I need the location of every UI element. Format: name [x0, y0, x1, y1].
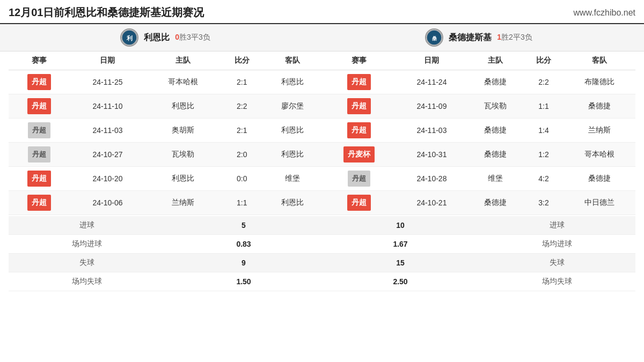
- left-match-date: 24-11-25: [70, 70, 145, 94]
- left-match-score: 2:1: [221, 70, 263, 94]
- left-match-home: 兰纳斯: [145, 191, 221, 215]
- left-match-away: 利恩比: [263, 70, 322, 94]
- right-table: 赛事 日期 主队 比分 客队 丹超 24-11-24 桑德捷 2:2 布隆德比 …: [322, 51, 635, 215]
- right-match-home: 桑德捷: [467, 70, 523, 94]
- right-match-home: 瓦埃勒: [467, 94, 523, 119]
- right-match-type: 丹超: [347, 74, 371, 90]
- right-match-score: 1:1: [523, 94, 564, 119]
- right-team-logo: 桑: [425, 28, 443, 47]
- left-match-type: 丹超: [27, 195, 51, 211]
- right-col-score: 比分: [523, 51, 564, 70]
- right-match-away: 哥本哈根: [564, 143, 636, 167]
- stats-left-value: 0.83: [165, 235, 322, 254]
- right-match-date: 24-10-31: [396, 143, 468, 167]
- right-team-record: 1胜2平3负: [497, 33, 532, 42]
- stats-center-value: 15: [322, 254, 479, 272]
- stats-left-value: 1.50: [165, 272, 322, 291]
- left-table: 赛事 日期 主队 比分 客队 丹超 24-11-25 哥本哈根 2:1 利恩比 …: [9, 51, 322, 215]
- right-match-home: 桑德捷: [467, 143, 523, 167]
- page-title: 12月01日前利恩比和桑德捷斯基近期赛况: [9, 5, 204, 20]
- stats-center-value: 10: [322, 216, 479, 235]
- left-col-away: 客队: [263, 51, 322, 70]
- stats-left-label: 场均失球: [9, 272, 165, 291]
- left-col-home: 主队: [145, 51, 221, 70]
- right-match-score: 3:2: [523, 191, 564, 215]
- left-match-home: 奥胡斯: [145, 119, 221, 143]
- right-col-date: 日期: [396, 51, 468, 70]
- right-match-type: 丹超: [347, 195, 371, 211]
- left-match-date: 24-11-03: [70, 119, 145, 143]
- stats-left-value: 5: [165, 216, 322, 235]
- right-match-type: 丹超: [348, 171, 370, 187]
- stats-left-label: 场均进球: [9, 235, 165, 254]
- left-match-score: 2:1: [221, 119, 263, 143]
- left-team-name: 利恩比: [144, 32, 170, 43]
- left-match-type: 丹超: [27, 98, 51, 114]
- right-match-score: 1:2: [523, 143, 564, 167]
- left-match-type: 丹超: [28, 122, 50, 138]
- left-match-away: 维堡: [263, 167, 322, 191]
- left-match-home: 利恩比: [145, 167, 221, 191]
- right-col-match: 赛事: [322, 51, 396, 70]
- right-match-score: 1:4: [523, 119, 564, 143]
- left-match-away: 利恩比: [263, 191, 322, 215]
- right-match-score: 2:2: [523, 70, 564, 94]
- svg-text:桑: 桑: [432, 36, 437, 41]
- left-match-home: 瓦埃勒: [145, 143, 221, 167]
- left-match-date: 24-10-20: [70, 167, 145, 191]
- left-match-score: 1:1: [221, 191, 263, 215]
- right-match-date: 24-10-21: [396, 191, 468, 215]
- left-col-date: 日期: [70, 51, 145, 70]
- right-match-score: 4:2: [523, 167, 564, 191]
- main-table-container: 赛事 日期 主队 比分 客队 丹超 24-11-25 哥本哈根 2:1 利恩比 …: [0, 51, 644, 215]
- right-col-home: 主队: [467, 51, 523, 70]
- right-match-home: 桑德捷: [467, 191, 523, 215]
- left-match-type: 丹超: [27, 171, 51, 187]
- left-match-score: 2:0: [221, 143, 263, 167]
- left-match-score: 0:0: [221, 167, 263, 191]
- right-match-home: 桑德捷: [467, 119, 523, 143]
- right-match-type: 丹麦杯: [343, 146, 375, 162]
- right-match-away: 桑德捷: [564, 167, 636, 191]
- left-match-date: 24-10-27: [70, 143, 145, 167]
- right-match-away: 兰纳斯: [564, 119, 636, 143]
- teams-header: 利 利恩比 0胜3平3负 桑 桑德捷斯基 1胜2平3负: [0, 24, 644, 51]
- stats-right-label: 场均进球: [479, 235, 635, 254]
- right-match-date: 24-11-24: [396, 70, 468, 94]
- right-col-away: 客队: [564, 51, 636, 70]
- right-match-type: 丹超: [347, 98, 371, 114]
- page-header: 12月01日前利恩比和桑德捷斯基近期赛况 www.fczhibo.net: [0, 0, 644, 24]
- stats-section: 进球 5 10 进球 场均进球 0.83 1.67 场均进球 失球 9 15 失…: [0, 216, 644, 291]
- left-col-match: 赛事: [9, 51, 70, 70]
- stats-right-label: 场均失球: [479, 272, 635, 291]
- left-match-home: 利恩比: [145, 94, 221, 119]
- left-match-away: 利恩比: [263, 119, 322, 143]
- left-match-date: 24-10-06: [70, 191, 145, 215]
- left-col-score: 比分: [221, 51, 263, 70]
- left-match-date: 24-11-10: [70, 94, 145, 119]
- left-match-home: 哥本哈根: [145, 70, 221, 94]
- stats-right-label: 进球: [479, 216, 635, 235]
- stats-center-value: 1.67: [322, 235, 479, 254]
- svg-text:利: 利: [126, 35, 133, 41]
- left-match-type: 丹超: [27, 74, 51, 90]
- stats-center-value: 2.50: [322, 272, 479, 291]
- right-match-away: 桑德捷: [564, 94, 636, 119]
- site-url: www.fczhibo.net: [573, 8, 635, 18]
- right-match-date: 24-10-28: [396, 167, 468, 191]
- right-match-date: 24-11-03: [396, 119, 468, 143]
- right-team-name: 桑德捷斯基: [449, 32, 492, 43]
- left-match-away: 利恩比: [263, 143, 322, 167]
- right-match-type: 丹超: [347, 122, 371, 138]
- stats-left-label: 进球: [9, 216, 165, 235]
- left-match-score: 2:2: [221, 94, 263, 119]
- left-match-away: 廖尔堡: [263, 94, 322, 119]
- left-team-logo: 利: [120, 28, 138, 47]
- stats-left-value: 9: [165, 254, 322, 272]
- right-match-away: 布隆德比: [564, 70, 636, 94]
- stats-left-label: 失球: [9, 254, 165, 272]
- left-team-record: 0胜3平3负: [175, 33, 210, 42]
- right-match-home: 维堡: [467, 167, 523, 191]
- left-match-type: 丹超: [28, 146, 50, 162]
- stats-right-label: 失球: [479, 254, 635, 272]
